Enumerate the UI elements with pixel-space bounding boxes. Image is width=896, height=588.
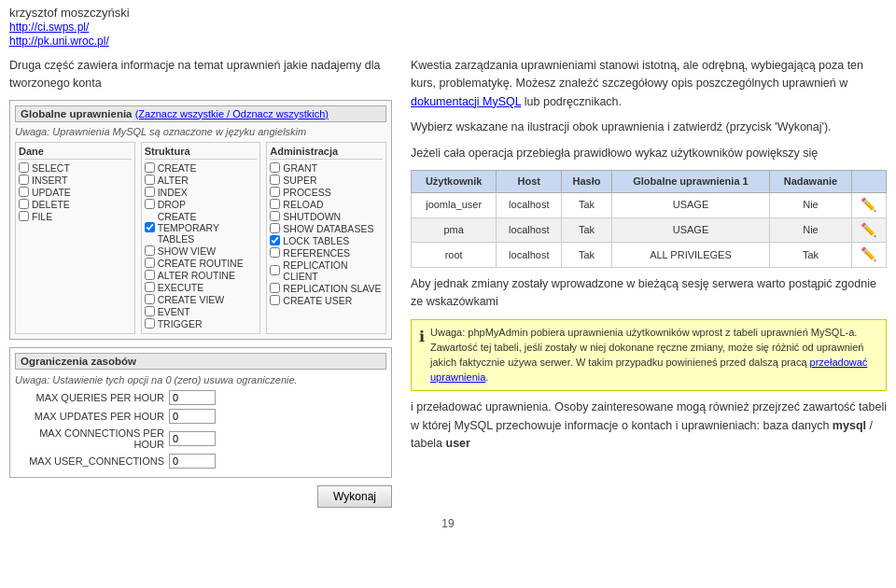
perms-col-dane: Dane SELECT INSERT UPDATE (15, 142, 135, 334)
edit-icon-2[interactable]: ✏️ (861, 222, 876, 237)
th-pass: Hasło (562, 170, 611, 192)
perms-col-admin: Administracja GRANT SUPER PROCESS (266, 142, 386, 334)
resource-user-connections: MAX USER_CONNECTIONS 0 (15, 454, 386, 469)
resource-updates: MAX UPDATES PER HOUR 0 (15, 409, 386, 424)
cb-event[interactable] (145, 306, 155, 316)
th-actions (851, 170, 886, 192)
resource-note: Uwaga: Ustawienie tych opcji na 0 (zero)… (15, 374, 386, 385)
para5: i przeładować uprawnienia. Osoby zainter… (411, 399, 887, 453)
cb-create[interactable] (145, 162, 155, 173)
perm-select: SELECT (19, 162, 132, 174)
cell-edit-3[interactable]: ✏️ (851, 243, 886, 268)
author-name: krzysztof moszczyński (9, 6, 130, 20)
cb-insert[interactable] (19, 175, 29, 185)
cb-trigger[interactable] (145, 318, 155, 329)
resource-updates-input[interactable]: 0 (169, 409, 216, 424)
para2: Wybierz wskazane na ilustracji obok upra… (411, 119, 887, 136)
db-name: mysql (833, 419, 866, 432)
perm-file: FILE (19, 211, 132, 222)
resource-connections-label: MAX CONNECTIONS PER HOUR (15, 427, 164, 450)
col-header-dane: Dane (19, 146, 132, 160)
resource-user-conn-label: MAX USER_CONNECTIONS (15, 455, 164, 467)
cb-grant[interactable] (270, 162, 280, 173)
cell-host-3: localhost (497, 243, 562, 268)
cb-show-view[interactable] (145, 245, 155, 256)
users-table-wrap: Użytkownik Host Hasło Globalne uprawnien… (411, 170, 887, 268)
cb-shutdown[interactable] (270, 211, 280, 221)
para3: Jeżeli cała operacja przebiegła prawidło… (411, 145, 887, 162)
resource-box: Ograniczenia zasobów Uwaga: Ustawienie t… (9, 347, 392, 478)
para4: Aby jednak zmiany zostały wprowadzone w … (411, 275, 887, 312)
cb-create-routine[interactable] (145, 258, 155, 268)
cb-super[interactable] (270, 175, 280, 185)
cb-show-databases[interactable] (270, 223, 280, 233)
cb-create-user[interactable] (270, 295, 280, 305)
para1: Kwestia zarządzania uprawnieniami stanow… (411, 57, 887, 111)
cb-replication-client[interactable] (270, 265, 280, 275)
link-2[interactable]: http://pk.uni.wroc.pl/ (9, 35, 109, 48)
select-all-link[interactable]: (Zaznacz wszystkie / Odznacz wszystkich) (135, 108, 329, 119)
resource-queries: MAX QUERIES PER HOUR 0 (15, 390, 386, 405)
table-row: joomla_user localhost Tak USAGE Nie ✏️ (412, 192, 887, 217)
cell-edit-2[interactable]: ✏️ (851, 217, 886, 243)
intro-text: Druga część zawiera informacje na temat … (9, 57, 392, 92)
cb-drop[interactable] (145, 199, 155, 209)
cell-pass-2: Tak (562, 217, 611, 243)
cb-select[interactable] (19, 162, 29, 173)
warning-text: Uwaga: phpMyAdmin pobiera uprawnienia uż… (430, 326, 878, 385)
cb-alter-routine[interactable] (145, 270, 155, 280)
resource-connections-input[interactable]: 0 (169, 431, 216, 446)
perms-col-struktura: Struktura CREATE ALTER INDEX (141, 142, 261, 334)
cb-delete[interactable] (19, 199, 29, 209)
cb-reload[interactable] (270, 199, 280, 209)
cb-lock-tables[interactable] (270, 235, 280, 245)
cb-alter[interactable] (145, 175, 155, 185)
cb-replication-slave[interactable] (270, 283, 280, 293)
cb-execute[interactable] (145, 282, 155, 292)
cb-create-temp[interactable] (145, 222, 155, 232)
col-header-admin: Administracja (270, 146, 383, 160)
table-row: pma localhost Tak USAGE Nie ✏️ (412, 217, 887, 243)
resource-title: Ograniczenia zasobów (15, 353, 386, 370)
left-column: Druga część zawiera informacje na temat … (9, 57, 392, 508)
th-grant: Nadawanie (770, 170, 852, 192)
resource-queries-input[interactable]: 0 (169, 390, 216, 405)
cell-priv-2: USAGE (611, 217, 769, 243)
th-user: Użytkownik (412, 170, 497, 192)
th-host: Host (497, 170, 562, 192)
cell-host-2: localhost (497, 217, 562, 243)
permissions-warning: Uwaga: Uprawnienia MySQL są oznaczone w … (15, 126, 386, 137)
cb-file[interactable] (19, 211, 29, 221)
th-priv: Globalne uprawnienia 1 (611, 170, 769, 192)
resource-queries-label: MAX QUERIES PER HOUR (15, 392, 164, 403)
author-links: krzysztof moszczyński http://ci.swps.pl/… (9, 6, 887, 48)
cell-grant-1: Nie (770, 192, 852, 217)
cell-edit-1[interactable]: ✏️ (851, 192, 886, 217)
cb-update[interactable] (19, 187, 29, 197)
right-text: Kwestia zarządzania uprawnieniami stanow… (411, 57, 887, 454)
warning-icon: ℹ (419, 326, 425, 347)
resource-updates-label: MAX UPDATES PER HOUR (15, 411, 164, 422)
link-1[interactable]: http://ci.swps.pl/ (9, 21, 89, 34)
cb-process[interactable] (270, 187, 280, 197)
cell-pass-3: Tak (562, 243, 611, 268)
cell-user-2: pma (412, 217, 497, 243)
resource-user-conn-input[interactable]: 0 (169, 454, 216, 469)
perm-insert: INSERT (19, 175, 132, 186)
edit-icon-1[interactable]: ✏️ (861, 197, 876, 212)
cb-references[interactable] (270, 247, 280, 258)
permissions-title: Globalne uprawnienia (Zaznacz wszystkie … (15, 105, 386, 122)
mysql-docs-link[interactable]: dokumentacji MySQL (411, 95, 521, 108)
cell-priv-1: USAGE (611, 192, 769, 217)
table-name: user (446, 437, 470, 450)
resource-connections: MAX CONNECTIONS PER HOUR 0 (15, 427, 386, 450)
cb-index[interactable] (145, 187, 155, 197)
edit-icon-3[interactable]: ✏️ (861, 246, 876, 261)
perm-update: UPDATE (19, 187, 132, 198)
cell-user-1: joomla_user (412, 192, 497, 217)
execute-button[interactable]: Wykonaj (317, 485, 392, 508)
right-column: Kwestia zarządzania uprawnieniami stanow… (411, 57, 887, 508)
cb-create-view[interactable] (145, 294, 155, 304)
perm-delete: DELETE (19, 199, 132, 210)
users-table: Użytkownik Host Hasło Globalne uprawnien… (411, 170, 887, 268)
